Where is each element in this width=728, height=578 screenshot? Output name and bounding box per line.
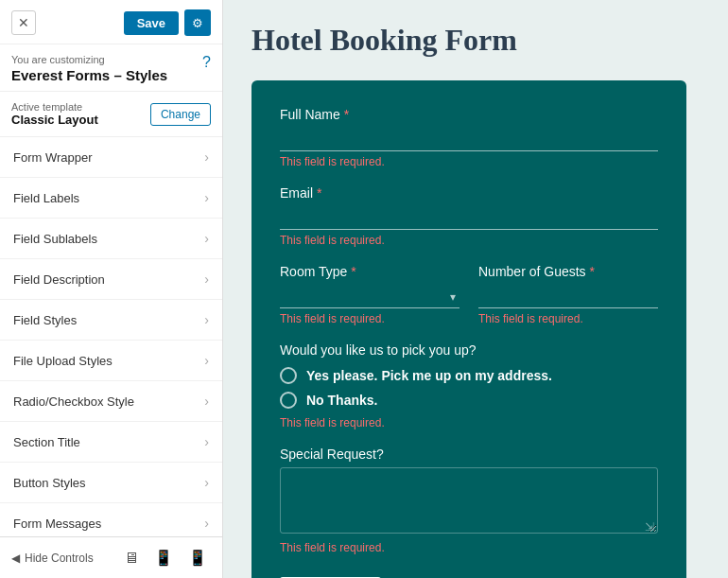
tablet-icon: 📱 [154, 550, 173, 566]
mobile-icon: 📱 [188, 550, 207, 566]
menu-item-label: Button Styles [13, 476, 86, 490]
sidebar-item-field-styles[interactable]: Field Styles › [0, 300, 222, 341]
guests-error: This field is required. [478, 312, 658, 325]
room-type-error: This field is required. [280, 312, 459, 325]
pickup-yes-option[interactable]: Yes please. Pick me up on my address. [280, 367, 658, 384]
sidebar-item-file-upload-styles[interactable]: File Upload Styles › [0, 341, 222, 381]
customizing-info: You are customizing Everest Forms – Styl… [11, 54, 167, 83]
required-marker: * [590, 264, 595, 279]
pickup-question: Would you like us to pick you up? [280, 342, 658, 358]
special-request-textarea[interactable] [280, 467, 658, 534]
hide-controls-button[interactable]: ◀ Hide Controls [11, 552, 94, 565]
menu-item-label: Radio/Checkbox Style [13, 394, 134, 409]
chevron-right-icon: › [204, 475, 209, 490]
sidebar-item-radio-checkbox-style[interactable]: Radio/Checkbox Style › [0, 381, 222, 422]
active-template-value: Classic Layout [11, 113, 98, 127]
special-request-group: Special Request? ⇲ This field is require… [280, 447, 658, 554]
sidebar-item-section-title[interactable]: Section Title › [0, 422, 222, 463]
sidebar-topbar: ✕ Save ⚙ [0, 0, 222, 44]
close-icon: ✕ [18, 15, 29, 30]
menu-item-label: Field Description [13, 272, 105, 287]
gear-icon: ⚙ [192, 16, 203, 30]
full-name-group: Full Name * This field is required. [280, 107, 658, 168]
active-template-label: Active template [11, 101, 98, 113]
resize-handle-icon: ⇲ [645, 520, 654, 534]
menu-item-label: Field Labels [13, 191, 79, 205]
sidebar-menu: Form Wrapper › Field Labels › Field Subl… [0, 137, 222, 536]
menu-item-label: Form Wrapper [13, 150, 93, 165]
menu-item-label: Field Sublabels [13, 232, 97, 246]
sidebar-item-field-sublabels[interactable]: Field Sublabels › [0, 219, 222, 259]
required-marker: * [317, 185, 321, 201]
save-button[interactable]: Save [124, 11, 179, 35]
email-input[interactable] [280, 206, 658, 230]
close-button[interactable]: ✕ [11, 10, 36, 35]
pickup-group: Would you like us to pick you up? Yes pl… [280, 342, 658, 429]
room-type-label: Room Type * [280, 264, 459, 279]
desktop-icon-button[interactable]: 🖥 [120, 547, 143, 569]
tablet-icon-button[interactable]: 📱 [150, 547, 177, 569]
chevron-right-icon: › [204, 353, 209, 368]
full-name-error: This field is required. [280, 155, 658, 168]
main-content: Hotel Booking Form Full Name * This fiel… [223, 0, 728, 578]
active-template-section: Active template Classic Layout Change [0, 92, 222, 137]
room-type-select[interactable]: Single Double Suite [280, 285, 459, 308]
mobile-icon-button[interactable]: 📱 [184, 547, 211, 569]
menu-item-label: Field Styles [13, 313, 77, 327]
full-name-input[interactable] [280, 128, 658, 151]
sidebar-item-button-styles[interactable]: Button Styles › [0, 463, 222, 503]
hide-controls-label: Hide Controls [25, 552, 94, 565]
radio-circle-yes [280, 367, 297, 384]
chevron-right-icon: › [204, 149, 209, 165]
email-label: Email * [280, 185, 658, 201]
pickup-error: This field is required. [280, 416, 658, 429]
chevron-right-icon: › [204, 312, 209, 327]
sidebar: ✕ Save ⚙ You are customizing Everest For… [0, 0, 223, 578]
pickup-no-option[interactable]: No Thanks. [280, 392, 658, 409]
chevron-right-icon: › [204, 516, 209, 531]
full-name-label: Full Name * [280, 107, 658, 122]
guests-group: Number of Guests * This field is require… [478, 264, 658, 325]
room-type-select-wrapper: Single Double Suite ▾ [280, 285, 459, 308]
sidebar-footer: ◀ Hide Controls 🖥 📱 📱 [0, 536, 222, 578]
desktop-icon: 🖥 [124, 550, 139, 566]
guests-input[interactable] [478, 285, 658, 308]
chevron-right-icon: › [204, 231, 209, 246]
help-icon[interactable]: ? [202, 54, 211, 71]
special-request-error: This field is required. [280, 541, 658, 554]
radio-circle-no [280, 392, 297, 409]
special-request-wrapper: ⇲ [280, 467, 658, 537]
menu-item-label: Form Messages [13, 517, 101, 531]
special-request-label: Special Request? [280, 447, 658, 462]
pickup-no-label: No Thanks. [306, 393, 377, 408]
chevron-right-icon: › [204, 434, 209, 449]
row-room-guests: Room Type * Single Double Suite ▾ This f… [280, 264, 658, 342]
menu-item-label: Section Title [13, 435, 80, 449]
room-type-group: Room Type * Single Double Suite ▾ This f… [280, 264, 459, 325]
save-area: Save ⚙ [124, 9, 211, 36]
required-marker: * [351, 264, 355, 279]
gear-button[interactable]: ⚙ [184, 9, 211, 36]
form-card: Full Name * This field is required. Emai… [251, 80, 686, 578]
guests-label: Number of Guests * [478, 264, 658, 279]
customizing-section: You are customizing Everest Forms – Styl… [0, 44, 222, 92]
page-title: Hotel Booking Form [251, 23, 700, 58]
menu-item-label: File Upload Styles [13, 354, 113, 368]
active-template-info: Active template Classic Layout [11, 101, 98, 127]
pickup-yes-label: Yes please. Pick me up on my address. [306, 368, 552, 383]
eye-icon: ◀ [11, 552, 20, 565]
sidebar-item-field-description[interactable]: Field Description › [0, 259, 222, 300]
footer-device-icons: 🖥 📱 📱 [120, 547, 211, 569]
chevron-right-icon: › [204, 190, 209, 205]
sidebar-item-form-wrapper[interactable]: Form Wrapper › [0, 137, 222, 178]
email-error: This field is required. [280, 234, 658, 247]
customizing-title: Everest Forms – Styles [11, 67, 167, 83]
change-template-button[interactable]: Change [150, 103, 211, 126]
email-group: Email * This field is required. [280, 185, 658, 247]
sidebar-item-form-messages[interactable]: Form Messages › [0, 503, 222, 536]
customizing-label: You are customizing [11, 54, 167, 65]
chevron-right-icon: › [204, 394, 209, 409]
sidebar-item-field-labels[interactable]: Field Labels › [0, 178, 222, 219]
required-marker: * [344, 107, 349, 122]
chevron-right-icon: › [204, 271, 209, 287]
